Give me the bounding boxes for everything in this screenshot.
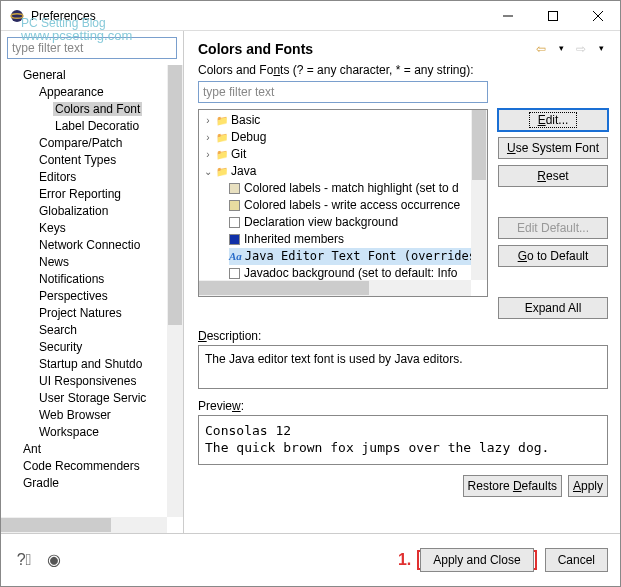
- tree-item[interactable]: ›Editors: [37, 169, 183, 186]
- back-button[interactable]: ⇦: [532, 41, 550, 57]
- filter-hint: Colors and Fonts (? = any character, * =…: [198, 63, 608, 77]
- cancel-button[interactable]: Cancel: [545, 548, 608, 572]
- folder-icon: 📁: [215, 131, 229, 145]
- tree-item[interactable]: Error Reporting: [37, 186, 183, 203]
- folder-icon: 📁: [215, 148, 229, 162]
- color-swatch: [229, 183, 240, 194]
- font-tree-item[interactable]: ⌄📁Java: [215, 163, 485, 180]
- close-button[interactable]: [575, 2, 620, 30]
- forward-button[interactable]: ⇨: [572, 41, 590, 57]
- color-swatch: [229, 200, 240, 211]
- font-tree-item[interactable]: Colored labels - match highlight (set to…: [229, 180, 485, 197]
- apply-and-close-button[interactable]: Apply and Close: [420, 548, 533, 572]
- font-tree-item[interactable]: AaJava Editor Text Font (overrides: [229, 248, 485, 265]
- tree-item[interactable]: News: [37, 254, 183, 271]
- tree-item[interactable]: ›Workspace: [37, 424, 183, 441]
- folder-icon: 📁: [215, 114, 229, 128]
- tree-item[interactable]: Colors and Font: [53, 101, 183, 118]
- eclipse-icon: [9, 8, 25, 24]
- tree-item[interactable]: Search: [37, 322, 183, 339]
- tree-scrollbar-vertical[interactable]: [167, 65, 183, 517]
- expand-all-button[interactable]: Expand All: [498, 297, 608, 319]
- tree-scrollbar-horizontal[interactable]: [1, 517, 167, 533]
- font-tree-item[interactable]: Declaration view background: [229, 214, 485, 231]
- tree-item[interactable]: ›Network Connectio: [37, 237, 183, 254]
- page-title: Colors and Fonts: [198, 41, 532, 57]
- restore-defaults-button[interactable]: Restore Defaults: [463, 475, 562, 497]
- svg-point-0: [11, 10, 23, 22]
- forward-menu[interactable]: ▾: [594, 41, 608, 55]
- tree-item[interactable]: Keys: [37, 220, 183, 237]
- color-swatch: [229, 268, 240, 279]
- font-tree-item[interactable]: Inherited members: [229, 231, 485, 248]
- tree-item[interactable]: Compare/Patch: [37, 135, 183, 152]
- tree-item[interactable]: ›User Storage Servic: [37, 390, 183, 407]
- back-menu[interactable]: ▾: [554, 41, 568, 55]
- font-tree-item[interactable]: ›📁Debug: [215, 129, 485, 146]
- tree-item[interactable]: ⌄Appearance: [37, 84, 183, 101]
- svg-rect-3: [548, 11, 557, 20]
- font-tree-item[interactable]: ›📁Git: [215, 146, 485, 163]
- tree-item[interactable]: Content Types: [37, 152, 183, 169]
- minimize-button[interactable]: [485, 2, 530, 30]
- edit-default-button[interactable]: Edit Default...: [498, 217, 608, 239]
- colors-fonts-tree[interactable]: ›📁Basic›📁Debug›📁Git⌄📁JavaColored labels …: [198, 109, 488, 297]
- tree-item[interactable]: ›Security: [37, 339, 183, 356]
- annotation-number: 1.: [398, 551, 411, 569]
- preferences-tree[interactable]: ⌄General⌄AppearanceColors and FontLabel …: [1, 65, 183, 533]
- font-icon: Aa: [229, 250, 242, 262]
- tree-item[interactable]: Project Natures: [37, 305, 183, 322]
- folder-icon: 📁: [215, 165, 229, 179]
- tree-item[interactable]: ›Gradle: [21, 475, 183, 492]
- edit-button[interactable]: Edit...: [498, 109, 608, 131]
- tree-item[interactable]: Notifications: [37, 271, 183, 288]
- filter-input[interactable]: type filter text: [7, 37, 177, 59]
- use-system-font-button[interactable]: Use System Font: [498, 137, 608, 159]
- help-icon[interactable]: ?⃝: [13, 549, 35, 571]
- colors-filter-input[interactable]: type filter text: [198, 81, 488, 103]
- font-tree-item[interactable]: ›📁Basic: [215, 112, 485, 129]
- bottom-bar: ?⃝ ◉ 1. Apply and Close Cancel: [1, 533, 620, 585]
- tree-item[interactable]: Perspectives: [37, 288, 183, 305]
- tree-item[interactable]: Globalization: [37, 203, 183, 220]
- color-swatch: [229, 217, 240, 228]
- font-tree-item[interactable]: Colored labels - write access occurrence: [229, 197, 485, 214]
- go-to-default-button[interactable]: Go to Default: [498, 245, 608, 267]
- color-swatch: [229, 234, 240, 245]
- tree-item[interactable]: Label Decoratio: [53, 118, 183, 135]
- right-panel: Colors and Fonts ⇦ ▾ ⇨ ▾ Colors and Font…: [184, 31, 620, 533]
- maximize-button[interactable]: [530, 2, 575, 30]
- font-tree-scrollbar-vertical[interactable]: [471, 110, 487, 280]
- preview-text: Consolas 12 The quick brown fox jumps ov…: [198, 415, 608, 465]
- tree-item[interactable]: UI Responsivenes: [37, 373, 183, 390]
- window-title: Preferences: [31, 9, 485, 23]
- titlebar: Preferences: [1, 1, 620, 31]
- tree-item[interactable]: ›Startup and Shutdo: [37, 356, 183, 373]
- tree-item[interactable]: ›Code Recommenders: [21, 458, 183, 475]
- record-icon[interactable]: ◉: [43, 549, 65, 571]
- description-text: The Java editor text font is used by Jav…: [198, 345, 608, 389]
- apply-button[interactable]: Apply: [568, 475, 608, 497]
- tree-item[interactable]: Web Browser: [37, 407, 183, 424]
- reset-button[interactable]: Reset: [498, 165, 608, 187]
- left-panel: type filter text ⌄General⌄AppearanceColo…: [1, 31, 184, 533]
- description-label: Description:: [198, 329, 608, 343]
- preview-label: Preview:: [198, 399, 608, 413]
- tree-item[interactable]: ›Ant: [21, 441, 183, 458]
- font-tree-scrollbar-horizontal[interactable]: [199, 280, 471, 296]
- tree-item[interactable]: ⌄General: [21, 67, 183, 84]
